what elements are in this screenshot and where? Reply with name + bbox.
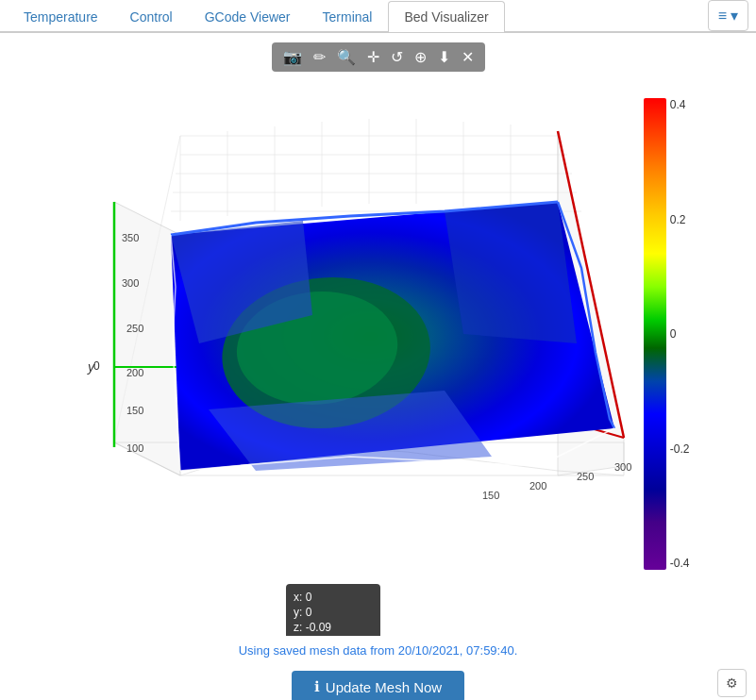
svg-text:x: 0: x: 0 [294,591,312,604]
y-tick-300: 300 [122,277,139,289]
svg-text:y: 0: y: 0 [294,606,312,619]
tab-gcode-viewer[interactable]: GCode Viewer [189,1,307,32]
tab-bed-visualizer[interactable]: Bed Visualizer [388,1,504,32]
svg-text:z: -0.09: z: -0.09 [294,621,331,634]
scale-label-upper: 0.2 [670,213,690,226]
status-text: Using saved mesh data from 20/10/2021, 0… [239,643,518,658]
camera-tool-button[interactable]: 📷 [279,46,306,68]
y-tick-200: 200 [126,367,143,378]
tab-terminal[interactable]: Terminal [307,1,389,32]
plot-area[interactable]: 350 300 250 200 150 100 y 0 150 200 250 … [67,79,690,636]
scale-label-bottom: -0.4 [670,557,690,570]
x-tick-250: 250 [577,471,594,482]
close-tool-button[interactable]: ✕ [458,46,478,68]
x-tick-200: 200 [529,480,546,492]
viz-toolbar: 📷 ✏ 🔍 ✛ ↺ ⊕ ⬇ ✕ [272,42,485,72]
tab-control[interactable]: Control [114,1,189,32]
bottom-row: ℹ Update Mesh Now ⚙ [10,663,747,700]
pencil-tool-button[interactable]: ✏ [310,46,329,68]
axis-tool-button[interactable]: ⊕ [411,46,430,68]
scale-label-mid: 0 [670,327,690,341]
update-mesh-label: Update Mesh Now [326,679,442,695]
x-tick-300: 300 [614,461,631,473]
color-scale: 0.4 0.2 0 -0.2 -0.4 [643,98,690,626]
chevron-down-icon: ▾ [731,7,738,25]
zoom-tool-button[interactable]: 🔍 [333,46,360,68]
svg-marker-36 [445,202,577,343]
y-tick-350: 350 [122,232,139,243]
move-tool-button[interactable]: ✛ [363,46,383,68]
color-bar [644,98,666,570]
gear-icon: ⚙ [726,675,738,691]
rotate-tool-button[interactable]: ↺ [387,46,407,68]
settings-button[interactable]: ⚙ [717,669,747,697]
y-tick-150: 150 [126,405,143,416]
scale-label-top: 0.4 [670,98,690,111]
hamburger-icon: ≡ [718,8,727,25]
y-zero-label: 0 [93,359,100,373]
tab-temperature[interactable]: Temperature [8,1,114,32]
info-icon: ℹ [314,678,320,695]
update-mesh-button[interactable]: ℹ Update Mesh Now [292,671,464,700]
scale-label-lower: -0.2 [670,442,690,456]
y-tick-100: 100 [126,442,143,454]
tab-bar: Temperature Control GCode Viewer Termina… [0,0,756,33]
main-content: 📷 ✏ 🔍 ✛ ↺ ⊕ ⬇ ✕ [0,33,756,700]
color-scale-labels: 0.4 0.2 0 -0.2 -0.4 [666,98,690,570]
bed-visualization-svg[interactable]: 350 300 250 200 150 100 y 0 150 200 250 … [67,79,690,636]
download-tool-button[interactable]: ⬇ [434,46,454,68]
y-tick-250: 250 [126,323,143,334]
x-tick-150: 150 [482,490,499,501]
viz-container: 350 300 250 200 150 100 y 0 150 200 250 … [10,79,747,636]
tab-menu-button[interactable]: ≡ ▾ [708,0,748,31]
